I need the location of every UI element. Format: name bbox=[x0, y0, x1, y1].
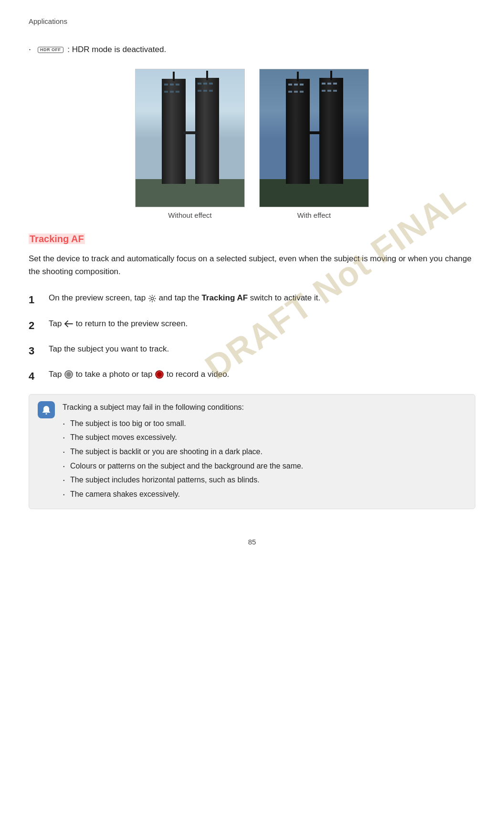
notice-bullet-5: The subject includes horizontal patterns… bbox=[63, 474, 466, 486]
svg-rect-27 bbox=[294, 84, 298, 85]
notice-box: Tracking a subject may fail in the follo… bbox=[29, 394, 475, 509]
svg-rect-30 bbox=[294, 91, 298, 93]
page-container: DRAFT Not FINAL Applications · HDR OFF :… bbox=[0, 0, 504, 575]
svg-rect-6 bbox=[183, 131, 198, 134]
notice-bell-icon bbox=[38, 401, 55, 418]
step-1-text: On the preview screen, tap and tap the T… bbox=[49, 291, 475, 304]
photo-effect-svg bbox=[260, 69, 369, 207]
tracking-af-description: Set the device to track and automaticall… bbox=[29, 252, 475, 278]
svg-rect-36 bbox=[327, 90, 331, 92]
step-2-text: Tap to return to the preview screen. bbox=[49, 317, 475, 330]
svg-rect-7 bbox=[164, 84, 168, 85]
svg-rect-26 bbox=[288, 84, 292, 85]
image-without-effect: Without effect bbox=[135, 69, 245, 219]
back-icon bbox=[64, 320, 74, 328]
photo-normal-frame bbox=[135, 69, 245, 207]
svg-rect-34 bbox=[333, 83, 337, 85]
tracking-af-heading: Tracking AF bbox=[29, 234, 475, 245]
svg-rect-29 bbox=[288, 91, 292, 93]
svg-rect-2 bbox=[162, 79, 186, 184]
step-3: 3 Tap the subject you want to track. bbox=[29, 342, 475, 359]
svg-rect-25 bbox=[307, 131, 322, 134]
notice-bullet-2: The subject moves excessively. bbox=[63, 431, 466, 444]
step-1: 1 On the preview screen, tap and tap the… bbox=[29, 291, 475, 308]
tracking-af-section: Tracking AF Set the device to track and … bbox=[29, 234, 475, 509]
notice-bullet-3: The subject is backlit or you are shooti… bbox=[63, 446, 466, 458]
step-3-number: 3 bbox=[29, 342, 49, 359]
svg-rect-12 bbox=[176, 91, 179, 93]
svg-rect-22 bbox=[297, 72, 299, 81]
svg-rect-31 bbox=[300, 91, 304, 93]
svg-rect-4 bbox=[195, 78, 219, 184]
svg-rect-20 bbox=[260, 179, 369, 207]
photo-effect-frame bbox=[259, 69, 369, 207]
without-effect-caption: Without effect bbox=[168, 211, 211, 219]
notice-title: Tracking a subject may fail in the follo… bbox=[63, 401, 466, 414]
svg-rect-5 bbox=[206, 71, 208, 80]
notice-bullet-4: Colours or patterns on the subject and t… bbox=[63, 460, 466, 472]
svg-rect-33 bbox=[327, 83, 331, 85]
page-number: 85 bbox=[29, 538, 475, 546]
svg-rect-8 bbox=[170, 84, 174, 85]
svg-point-40 bbox=[66, 372, 71, 377]
svg-point-42 bbox=[157, 372, 162, 377]
svg-rect-17 bbox=[203, 90, 207, 92]
hdr-mode-text: : HDR mode is deactivated. bbox=[67, 45, 166, 54]
photo-normal-svg bbox=[136, 69, 245, 207]
svg-rect-15 bbox=[209, 83, 213, 85]
svg-rect-16 bbox=[198, 90, 201, 92]
notice-bullet-1: The subject is too big or too small. bbox=[63, 417, 466, 430]
svg-rect-35 bbox=[322, 90, 326, 92]
steps-list: 1 On the preview screen, tap and tap the… bbox=[29, 291, 475, 384]
svg-point-43 bbox=[46, 413, 47, 415]
svg-rect-13 bbox=[198, 83, 201, 85]
svg-rect-3 bbox=[173, 72, 175, 81]
svg-rect-18 bbox=[209, 90, 213, 92]
step-2-number: 2 bbox=[29, 317, 49, 334]
svg-rect-21 bbox=[286, 79, 310, 184]
svg-rect-14 bbox=[203, 83, 207, 85]
step-4-number: 4 bbox=[29, 368, 49, 384]
step-1-number: 1 bbox=[29, 291, 49, 308]
svg-rect-32 bbox=[322, 83, 326, 85]
svg-rect-37 bbox=[333, 90, 337, 92]
notice-bullets-list: The subject is too big or too small. The… bbox=[63, 417, 466, 501]
bullet-dot: · bbox=[29, 44, 31, 54]
step-2: 2 Tap to return to the preview screen. bbox=[29, 317, 475, 334]
gear-icon bbox=[148, 294, 157, 303]
svg-rect-28 bbox=[300, 84, 304, 85]
notice-bullet-6: The camera shakes excessively. bbox=[63, 488, 466, 501]
svg-rect-9 bbox=[176, 84, 179, 85]
step-1-bold: Tracking AF bbox=[201, 293, 248, 302]
comparison-images: Without effect bbox=[29, 69, 475, 219]
step-3-text: Tap the subject you want to track. bbox=[49, 342, 475, 355]
svg-rect-23 bbox=[319, 78, 343, 184]
svg-rect-1 bbox=[136, 179, 245, 207]
image-with-effect: With effect bbox=[259, 69, 369, 219]
with-effect-caption: With effect bbox=[297, 211, 331, 219]
svg-rect-11 bbox=[170, 91, 174, 93]
page-header: Applications bbox=[29, 17, 475, 25]
notice-content: Tracking a subject may fail in the follo… bbox=[63, 401, 466, 502]
video-icon bbox=[155, 370, 164, 379]
bell-icon bbox=[41, 405, 52, 415]
hdr-off-icon: HDR OFF bbox=[38, 47, 63, 53]
hdr-icon-wrapper: HDR OFF : HDR mode is deactivated. bbox=[38, 45, 166, 54]
svg-rect-10 bbox=[164, 91, 168, 93]
step-4: 4 Tap to take a photo or tap to record a… bbox=[29, 368, 475, 384]
step-4-text: Tap to take a photo or tap to record a v… bbox=[49, 368, 475, 381]
hdr-bullet-item: · HDR OFF : HDR mode is deactivated. bbox=[29, 44, 475, 54]
svg-rect-24 bbox=[330, 71, 332, 80]
shutter-icon bbox=[64, 370, 74, 379]
svg-point-38 bbox=[151, 297, 153, 299]
